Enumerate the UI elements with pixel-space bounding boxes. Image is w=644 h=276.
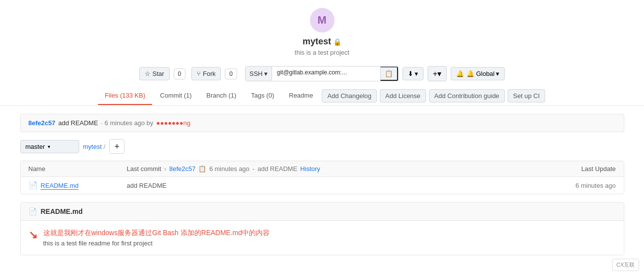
nav-tabs: Files (133 KB) Commit (1) Branch (1) Tag… [0, 86, 644, 106]
file-name-label[interactable]: README.md [41, 182, 79, 189]
tab-add-changelog[interactable]: Add Changelog [322, 89, 377, 103]
tab-commit[interactable]: Commit (1) [153, 87, 198, 105]
file-table: Name Last commit › 8efe2c57 📋 6 minutes … [20, 161, 624, 194]
repo-description: this is a test project [0, 49, 644, 56]
tab-files[interactable]: Files (133 KB) [98, 87, 152, 105]
commit-meta: · 6 minutes ago by [101, 119, 153, 127]
main-content: 8efe2c57 add README · 6 minutes ago by ●… [12, 114, 632, 255]
commit-hash-link[interactable]: 8efe2c57 [29, 119, 56, 127]
file-icon: 📄 [29, 181, 38, 190]
readme-content: ↘ 这就是我刚才在windows服务器通过Git Bash 添加的README.… [21, 221, 624, 255]
table-row: 📄 README.md add README 6 minutes ago [21, 177, 624, 194]
readme-header: 📄 README.md [21, 203, 624, 221]
clipboard-icon[interactable]: 📋 [198, 165, 206, 172]
ssh-group: SSH ▾ git@gitlab.example.com:●●●●●●●● 📋 [245, 66, 399, 81]
tab-readme[interactable]: Readme [282, 87, 320, 105]
col-last-update: Last Update [581, 165, 615, 172]
add-chevron-icon: ▾ [437, 69, 441, 78]
download-chevron-icon: ▾ [415, 70, 418, 77]
ssh-chevron-icon: ▾ [264, 70, 268, 77]
file-update-time: 6 minutes ago [576, 182, 616, 189]
path-label: mytest / [83, 143, 106, 150]
bell-icon: 🔔 [456, 70, 464, 77]
avatar: M [310, 8, 335, 33]
last-commit-arrow: › [164, 165, 166, 172]
repo-name[interactable]: mytest [303, 36, 331, 46]
file-table-header: Name Last commit › 8efe2c57 📋 6 minutes … [21, 161, 624, 177]
notification-chevron-icon: ▾ [496, 70, 499, 77]
notification-button[interactable]: 🔔 🔔 Global ▾ [451, 67, 505, 80]
star-icon: ☆ [145, 70, 151, 77]
last-commit-time: 6 minutes ago [209, 165, 249, 172]
history-link[interactable]: History [300, 165, 320, 172]
tab-add-license[interactable]: Add License [380, 89, 426, 103]
commit-message: add README [58, 119, 98, 127]
last-commit-info: Last commit › 8efe2c57 📋 6 minutes ago -… [127, 165, 582, 172]
col-last-commit: Last commit [127, 165, 161, 172]
lock-icon: 🔒 [333, 38, 341, 46]
tab-branch[interactable]: Branch (1) [200, 87, 244, 105]
tab-add-contribution[interactable]: Add Contribution guide [429, 89, 505, 103]
add-file-plus-button[interactable]: + [109, 139, 124, 154]
tab-setup-ci[interactable]: Set up CI [508, 89, 545, 103]
star-button[interactable]: ☆ Star [139, 67, 170, 80]
fork-button[interactable]: ⑂ Fork [191, 67, 221, 80]
ssh-label-btn[interactable]: SSH ▾ [245, 67, 272, 81]
ssh-url: git@gitlab.example.com:●●●●●●●● [272, 67, 380, 81]
download-button[interactable]: ⬇ ▾ [402, 67, 424, 80]
repo-header: M mytest 🔒 this is a test project [0, 0, 644, 61]
download-icon: ⬇ [408, 70, 413, 77]
fork-count: 0 [225, 69, 237, 79]
commit-bar: 8efe2c57 add README · 6 minutes ago by ●… [20, 114, 624, 132]
fork-icon: ⑂ [197, 70, 201, 77]
readme-file-icon: 📄 [29, 207, 37, 215]
add-file-button[interactable]: + ▾ [428, 66, 447, 81]
last-commit-hash-link[interactable]: 8efe2c57 [169, 165, 196, 172]
file-name[interactable]: 📄 README.md [29, 181, 127, 190]
last-commit-dash: - [252, 165, 254, 172]
readme-title: README.md [41, 207, 83, 215]
star-count: 0 [174, 69, 186, 79]
branch-select[interactable]: master ▾ [20, 140, 79, 153]
tab-tags[interactable]: Tags (0) [244, 87, 281, 105]
readme-zh-text: 这就是我刚才在windows服务器通过Git Bash 添加的README.md… [43, 229, 270, 238]
copy-ssh-button[interactable]: 📋 [380, 67, 398, 81]
branch-chevron-icon: ▾ [48, 144, 50, 149]
branch-bar: master ▾ mytest / + [20, 137, 624, 156]
col-name: Name [29, 165, 127, 172]
readme-arrow-icon: ↘ [29, 229, 37, 242]
repo-actions: ☆ Star 0 ⑂ Fork 0 SSH ▾ git@gitlab.examp… [0, 61, 644, 86]
file-commit-msg: add README [127, 182, 576, 189]
readme-section: 📄 README.md ↘ 这就是我刚才在windows服务器通过Git Bas… [20, 202, 624, 255]
commit-author: ●●●●●●●ng [156, 119, 190, 127]
readme-en-text: this is a test file readme for first pro… [43, 240, 270, 247]
last-commit-msg: add README [257, 165, 297, 172]
copy-icon: 📋 [385, 70, 393, 77]
